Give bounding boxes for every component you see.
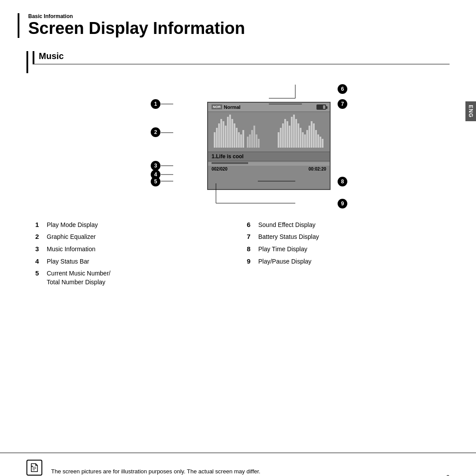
- label-text-8: Play Time Display: [258, 245, 307, 254]
- battery-icon: [316, 104, 326, 110]
- svg-rect-21: [280, 128, 282, 148]
- page-container: ENG Basic Information Screen Display Inf…: [0, 13, 476, 476]
- player-screen-wrapper: NOR Normal: [172, 93, 331, 190]
- svg-rect-7: [229, 115, 231, 148]
- svg-rect-12: [240, 134, 242, 148]
- label-num-1: 1: [35, 221, 44, 228]
- callout-6: 6: [338, 84, 347, 94]
- svg-rect-9: [234, 123, 235, 148]
- section-title: Music: [33, 51, 450, 64]
- svg-rect-2: [218, 123, 220, 148]
- music-section: Music NOR Normal: [26, 51, 450, 290]
- svg-rect-6: [227, 117, 229, 148]
- label-text-1: Play Mode Display: [47, 221, 98, 230]
- svg-rect-39: [320, 137, 321, 148]
- note-section: NOTE The screen pictures are for illustr…: [0, 453, 476, 476]
- svg-rect-0: [214, 132, 216, 148]
- svg-rect-23: [284, 119, 286, 148]
- labels-left: 1 Play Mode Display 2 Graphic Equalizer …: [35, 221, 238, 290]
- play-time: 00:02:20: [309, 167, 326, 171]
- label-text-9: Play/Pause Display: [258, 257, 312, 266]
- svg-rect-37: [315, 130, 317, 148]
- diagram-container: NOR Normal: [128, 84, 348, 216]
- label-num-3: 3: [35, 245, 44, 253]
- callout-8: 8: [338, 177, 347, 186]
- callout-1: 1: [151, 99, 160, 109]
- svg-rect-13: [242, 130, 244, 148]
- svg-rect-27: [293, 115, 295, 148]
- svg-rect-8: [231, 119, 233, 148]
- svg-rect-40: [322, 139, 324, 148]
- note-icon-area: NOTE: [26, 460, 42, 476]
- svg-rect-17: [253, 126, 255, 148]
- label-item-9: 9 Play/Pause Display: [247, 257, 441, 266]
- screen-mode-text: NOR Normal: [212, 104, 241, 110]
- screen-bottom: 002/020 00:02:20: [208, 166, 330, 172]
- label-item-8: 8 Play Time Display: [247, 245, 441, 254]
- label-text-2: Graphic Equalizer: [47, 233, 96, 242]
- svg-rect-22: [282, 123, 284, 148]
- note-text: The screen pictures are for illustration…: [51, 468, 260, 475]
- svg-rect-15: [249, 134, 251, 148]
- player-screen: NOR Normal: [207, 102, 331, 190]
- basic-info-label: Basic Information: [28, 13, 245, 19]
- svg-rect-28: [295, 119, 297, 148]
- label-text-7: Battery Status Display: [258, 233, 319, 242]
- svg-rect-10: [236, 128, 238, 148]
- callout-2: 2: [151, 127, 160, 137]
- label-num-7: 7: [247, 233, 256, 240]
- svg-rect-24: [286, 121, 288, 148]
- svg-rect-3: [220, 119, 222, 148]
- svg-rect-4: [223, 121, 224, 148]
- svg-rect-32: [304, 134, 306, 148]
- svg-rect-31: [302, 132, 304, 148]
- label-text-5: Current Music Number/Total Number Displa…: [47, 269, 111, 286]
- label-item-7: 7 Battery Status Display: [247, 233, 441, 242]
- label-text-3: Music Information: [47, 245, 95, 254]
- svg-rect-25: [289, 126, 290, 148]
- svg-rect-26: [291, 117, 293, 148]
- progress-area: [208, 162, 330, 166]
- svg-rect-33: [306, 130, 308, 148]
- label-num-6: 6: [247, 221, 256, 228]
- label-num-9: 9: [247, 257, 256, 265]
- svg-rect-1: [216, 128, 218, 148]
- label-item-3: 3 Music Information: [35, 245, 229, 254]
- song-name: 1.Life is cool: [208, 152, 330, 161]
- label-item-2: 2 Graphic Equalizer: [35, 233, 229, 242]
- eng-tab: ENG: [465, 101, 476, 121]
- label-num-4: 4: [35, 257, 44, 265]
- callout-7: 7: [338, 99, 347, 109]
- eq-visual: [208, 112, 330, 152]
- page-number: 9: [446, 474, 450, 476]
- mode-label: Normal: [224, 104, 241, 110]
- svg-rect-30: [300, 128, 301, 148]
- page-title: Screen Display Information: [28, 19, 245, 38]
- labels-container: 1 Play Mode Display 2 Graphic Equalizer …: [26, 221, 450, 290]
- svg-rect-14: [247, 137, 249, 148]
- svg-point-55: [32, 466, 33, 467]
- labels-right: 6 Sound Effect Display 7 Battery Status …: [238, 221, 441, 290]
- callout-9: 9: [338, 199, 347, 208]
- battery-fill: [317, 105, 323, 109]
- callout-5: 5: [151, 177, 160, 186]
- label-num-8: 8: [247, 245, 256, 253]
- note-icon: [26, 460, 42, 476]
- label-item-1: 1 Play Mode Display: [35, 221, 229, 230]
- label-item-5: 5 Current Music Number/Total Number Disp…: [35, 269, 229, 286]
- track-number: 002/020: [212, 167, 227, 171]
- progress-bar: [212, 162, 248, 164]
- svg-rect-35: [311, 121, 312, 148]
- label-item-4: 4 Play Status Bar: [35, 257, 229, 266]
- label-text-4: Play Status Bar: [47, 257, 89, 266]
- label-num-5: 5: [35, 269, 44, 277]
- svg-rect-5: [225, 126, 227, 148]
- svg-rect-36: [313, 123, 315, 148]
- svg-rect-29: [298, 123, 299, 148]
- svg-rect-16: [251, 130, 253, 148]
- callout-3: 3: [151, 161, 160, 171]
- svg-rect-11: [238, 132, 240, 148]
- label-num-2: 2: [35, 233, 44, 240]
- label-text-6: Sound Effect Display: [258, 221, 316, 230]
- svg-rect-38: [317, 134, 319, 148]
